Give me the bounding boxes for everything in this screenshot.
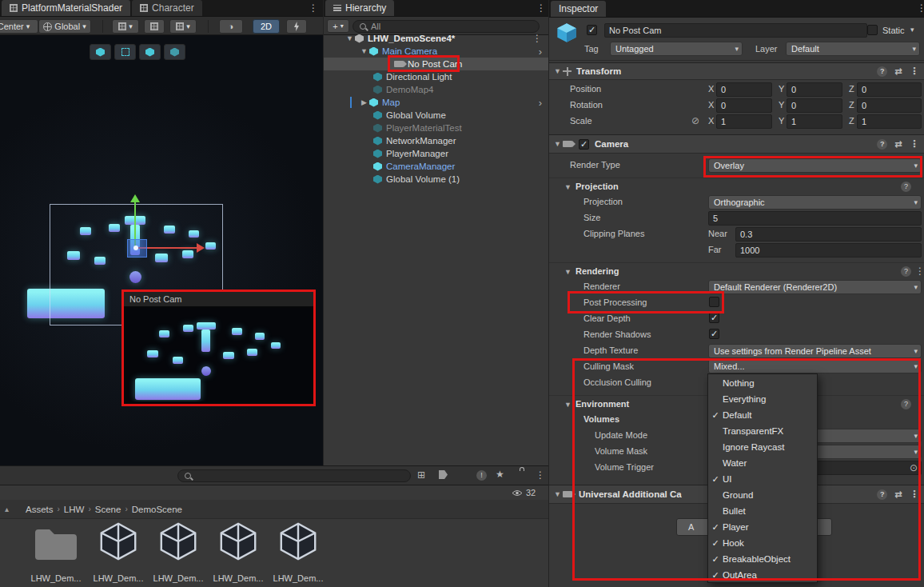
- scene-lighting-button[interactable]: [286, 19, 307, 34]
- foldout-arrow-icon[interactable]: ▶: [359, 98, 369, 106]
- kebab-icon[interactable]: ⋮: [309, 2, 318, 14]
- position-y-field[interactable]: 0: [787, 82, 842, 97]
- foldout-arrow-icon[interactable]: ▼: [359, 47, 369, 55]
- breadcrumb-lhw[interactable]: LHW: [64, 505, 85, 514]
- hierarchy-item-main-camera[interactable]: ▼ Main Camera ›: [324, 45, 548, 58]
- project-search-input[interactable]: [177, 469, 411, 482]
- position-z-field[interactable]: 0: [857, 82, 922, 97]
- overlay-tool-1-button[interactable]: [90, 44, 111, 60]
- scale-x-field[interactable]: 1: [716, 114, 772, 129]
- breadcrumb-scene[interactable]: Scene: [95, 505, 121, 514]
- hierarchy-item-no-post-cam[interactable]: No Post Cam: [324, 58, 548, 70]
- asset-tile-scene-1[interactable]: LHW_Dem...: [90, 519, 146, 585]
- static-checkbox[interactable]: [867, 25, 878, 35]
- tab-inspector[interactable]: Inspector: [551, 1, 606, 17]
- breadcrumb-demoscene[interactable]: DemoScene: [132, 505, 182, 514]
- tab-hierarchy[interactable]: Hierarchy: [325, 0, 394, 16]
- open-in-search-icon[interactable]: ⊞: [417, 469, 425, 481]
- projection-dropdown[interactable]: Orthographic▾: [708, 195, 922, 210]
- kebab-icon[interactable]: ⋮: [536, 2, 546, 14]
- overlay-tool-3-button[interactable]: [139, 44, 161, 60]
- toggle-2d-button[interactable]: 2D: [253, 19, 280, 34]
- post-processing-checkbox[interactable]: [709, 297, 719, 307]
- renderer-dropdown[interactable]: Default Renderer (Renderer2D)▾: [708, 280, 922, 294]
- snap-button[interactable]: [144, 19, 165, 34]
- kebab-icon[interactable]: ⋮: [910, 138, 919, 150]
- projection-section-header[interactable]: ▼ Projection ?: [549, 178, 924, 194]
- scene-viewport[interactable]: No Post Cam: [0, 35, 323, 465]
- collapse-icon[interactable]: ▴: [5, 505, 9, 513]
- hierarchy-item-cameramanager[interactable]: CameraManager: [324, 160, 548, 173]
- create-button[interactable]: + ▾: [327, 19, 349, 33]
- tool-pivot-dropdown[interactable]: Global ▾: [38, 19, 91, 34]
- position-x-field[interactable]: 0: [716, 82, 772, 97]
- favorites-icon[interactable]: ★: [496, 469, 504, 480]
- hierarchy-item-global-volume-1[interactable]: Global Volume (1): [324, 173, 548, 186]
- active-checkbox[interactable]: ✓: [587, 25, 597, 35]
- foldout-arrow-icon[interactable]: ▼: [552, 67, 563, 75]
- help-icon[interactable]: ?: [901, 266, 911, 277]
- asset-tile-scene-4[interactable]: LHW_Dem...: [270, 519, 326, 585]
- hierarchy-item-playermanager[interactable]: PlayerManager: [324, 147, 548, 160]
- prefab-open-arrow-icon[interactable]: ›: [539, 46, 542, 58]
- asset-tile-scene-3[interactable]: LHW_Dem...: [210, 519, 266, 585]
- asset-tile-folder[interactable]: LHW_Dem...: [28, 524, 84, 585]
- hierarchy-item-directional-light[interactable]: Directional Light: [324, 70, 548, 83]
- alert-icon[interactable]: !: [476, 470, 487, 481]
- kebab-icon[interactable]: ⋮: [915, 266, 924, 277]
- presets-icon[interactable]: ⇄: [894, 66, 902, 77]
- foldout-arrow-icon[interactable]: ▼: [552, 140, 563, 148]
- near-field[interactable]: 0.3: [735, 227, 922, 242]
- foldout-arrow-icon[interactable]: ▼: [345, 34, 355, 42]
- grid-visibility-button[interactable]: ▾: [112, 19, 139, 34]
- menu-item-water[interactable]: Water: [708, 455, 817, 471]
- hierarchy-item-global-volume[interactable]: Global Volume: [324, 109, 548, 122]
- menu-item-ui[interactable]: ✓UI: [708, 471, 817, 487]
- foldout-arrow-icon[interactable]: ▼: [563, 268, 573, 276]
- render-type-dropdown[interactable]: Overlay▾: [708, 158, 922, 173]
- foldout-arrow-icon[interactable]: ▼: [563, 183, 573, 191]
- layer-dropdown[interactable]: Default▾: [786, 42, 920, 56]
- gameobject-name-field[interactable]: No Post Cam: [604, 23, 867, 38]
- menu-item-ground[interactable]: Ground: [708, 487, 817, 503]
- hierarchy-item-map[interactable]: ▶ Map ›: [324, 96, 548, 109]
- camera-enabled-checkbox[interactable]: ✓: [579, 139, 589, 150]
- hierarchy-item-networkmanager[interactable]: NetworkManager: [324, 134, 548, 147]
- help-icon[interactable]: ?: [901, 399, 911, 409]
- presets-icon[interactable]: ⇄: [894, 138, 902, 150]
- prefab-open-arrow-icon[interactable]: ›: [539, 97, 542, 109]
- help-icon[interactable]: ?: [901, 182, 911, 192]
- menu-item-nothing[interactable]: Nothing: [708, 375, 817, 391]
- scale-y-field[interactable]: 1: [787, 114, 842, 129]
- menu-item-transparentfx[interactable]: TransparentFX: [708, 423, 817, 439]
- help-icon[interactable]: ?: [877, 66, 887, 77]
- scale-z-field[interactable]: 1: [857, 114, 922, 129]
- gizmo-center-dot[interactable]: [133, 246, 138, 250]
- presets-icon[interactable]: ⇄: [894, 489, 902, 500]
- foldout-arrow-icon[interactable]: ▼: [552, 490, 563, 498]
- camera-header[interactable]: ▼ ✓ Camera ? ⇄ ⋮: [549, 134, 924, 154]
- rotation-y-field[interactable]: 0: [787, 98, 842, 113]
- render-shadows-checkbox[interactable]: ✓: [709, 329, 719, 339]
- foldout-arrow-icon[interactable]: ▼: [563, 401, 573, 409]
- rotation-z-field[interactable]: 0: [857, 98, 922, 113]
- kebab-icon[interactable]: ⋮: [910, 66, 919, 77]
- size-field[interactable]: 5: [708, 211, 922, 226]
- far-field[interactable]: 1000: [735, 243, 922, 258]
- tab-platformmaterialshader[interactable]: PlatformMaterialShader: [2, 0, 130, 16]
- hierarchy-item-demomap4[interactable]: DemoMap4: [324, 83, 548, 96]
- link-constraint-icon[interactable]: ⊘: [691, 115, 699, 126]
- help-icon[interactable]: ?: [877, 489, 887, 500]
- shading-mode-button[interactable]: ◑: [219, 19, 243, 34]
- label-filter-icon[interactable]: [439, 470, 448, 479]
- menu-item-ignore-raycast[interactable]: Ignore Raycast: [708, 439, 817, 455]
- rotation-x-field[interactable]: 0: [716, 98, 772, 113]
- asset-tile-scene-2[interactable]: LHW_Dem...: [150, 519, 206, 585]
- transform-header[interactable]: ▼ Transform ? ⇄ ⋮: [549, 62, 924, 80]
- object-picker-icon[interactable]: ⊙: [910, 462, 918, 473]
- clear-depth-checkbox[interactable]: ✓: [709, 313, 719, 323]
- kebab-icon[interactable]: ⋮: [910, 489, 919, 500]
- menu-item-hook[interactable]: ✓Hook: [708, 535, 817, 551]
- menu-item-player[interactable]: ✓Player: [708, 519, 817, 535]
- snap-increment-button[interactable]: ▾: [169, 19, 197, 34]
